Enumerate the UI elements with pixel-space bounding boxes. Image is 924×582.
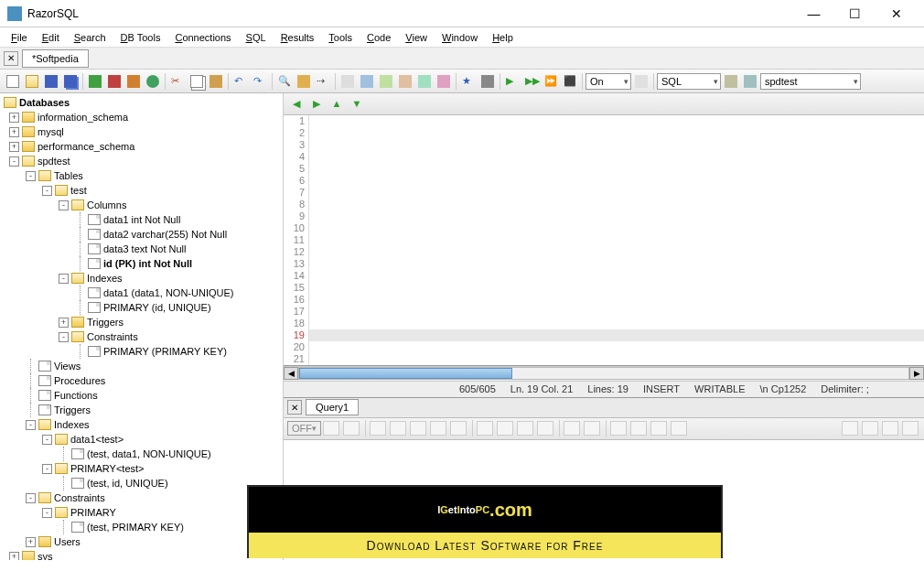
sql-editor[interactable]: 123456789101112131415161718192021 — [284, 115, 924, 366]
expand-toggle[interactable]: - — [26, 171, 36, 181]
res-btn-7[interactable] — [450, 421, 467, 436]
expand-toggle[interactable]: + — [9, 113, 19, 123]
tree-item[interactable]: -Columns — [4, 198, 283, 212]
results-tab-close[interactable]: ✕ — [287, 400, 302, 415]
res-btn-12[interactable] — [564, 421, 580, 436]
tree-item[interactable]: +Users — [4, 534, 283, 549]
tree-item[interactable]: (test, PRIMARY KEY) — [4, 520, 283, 534]
expand-toggle[interactable]: - — [26, 493, 36, 503]
menu-window[interactable]: Window — [436, 30, 483, 45]
results-off-toggle[interactable]: OFF ▾ — [287, 421, 321, 436]
tree-item[interactable]: -Tables — [4, 168, 283, 183]
tree-item[interactable]: -Constraints — [4, 490, 283, 505]
res-btn-13[interactable] — [584, 421, 600, 436]
tree-item[interactable]: -test — [4, 183, 283, 198]
language-select[interactable]: SQL — [657, 73, 721, 90]
stop-button[interactable]: ⬛ — [561, 72, 579, 91]
expand-toggle[interactable]: - — [59, 332, 69, 342]
tree-item[interactable]: data1 int Not Null — [4, 212, 283, 227]
document-tab[interactable]: *Softpedia — [22, 49, 89, 68]
tree-item[interactable]: (test, id, UNIQUE) — [4, 476, 283, 490]
res-btn-16[interactable] — [650, 421, 667, 436]
export-button[interactable] — [415, 72, 434, 91]
minimize-button[interactable]: — — [793, 1, 834, 27]
open-button[interactable] — [23, 72, 41, 91]
autocommit-select[interactable]: On — [586, 73, 631, 90]
ed-next-button[interactable]: ▶ — [307, 94, 326, 113]
scroll-thumb[interactable] — [299, 368, 512, 379]
expand-toggle[interactable]: + — [26, 537, 36, 547]
menu-code[interactable]: Code — [361, 30, 396, 45]
results-tab[interactable]: Query1 — [306, 399, 359, 415]
expand-toggle[interactable]: + — [59, 318, 69, 328]
new-file-button[interactable] — [4, 72, 22, 91]
copy-button[interactable] — [188, 72, 206, 91]
tree-item[interactable]: Functions — [4, 388, 283, 403]
procedure-button[interactable] — [396, 72, 414, 91]
expand-toggle[interactable]: - — [42, 508, 52, 518]
expand-toggle[interactable]: + — [9, 552, 19, 561]
save-button[interactable] — [42, 72, 60, 91]
tree-item[interactable]: +Triggers — [4, 315, 283, 329]
tree-item[interactable]: data3 text Not Null — [4, 242, 283, 256]
expand-toggle[interactable]: - — [59, 274, 69, 284]
run-next-button[interactable]: ▶▶ — [522, 72, 541, 91]
res-btn-17[interactable] — [671, 421, 687, 436]
res-btn-9[interactable] — [497, 421, 513, 436]
menu-connections[interactable]: Connections — [169, 30, 236, 45]
expand-toggle[interactable]: - — [42, 435, 52, 445]
editor-content[interactable] — [309, 115, 924, 365]
maximize-button[interactable]: ☐ — [834, 1, 876, 27]
res-btn-4[interactable] — [390, 421, 406, 436]
expand-toggle[interactable]: + — [9, 127, 19, 137]
tree-item[interactable]: -Constraints — [4, 329, 283, 344]
menu-help[interactable]: Help — [487, 30, 519, 45]
res-nav-first[interactable] — [842, 421, 858, 436]
scroll-right-button[interactable]: ▶ — [909, 367, 924, 380]
replace-button[interactable] — [295, 72, 313, 91]
menu-tools[interactable]: Tools — [323, 30, 358, 45]
ed-up-button[interactable]: ▲ — [328, 94, 346, 113]
cut-button[interactable]: ✂ — [168, 72, 187, 91]
res-btn-3[interactable] — [370, 421, 386, 436]
res-btn-14[interactable] — [610, 421, 627, 436]
goto-button[interactable]: ⇢ — [314, 72, 332, 91]
redo-button[interactable]: ↷ — [251, 72, 269, 91]
res-btn-5[interactable] — [410, 421, 426, 436]
commit-button[interactable] — [632, 72, 650, 91]
disconnect-button[interactable] — [105, 72, 124, 91]
bookmark-button[interactable] — [478, 72, 497, 91]
expand-toggle[interactable]: + — [9, 142, 19, 152]
res-nav-prev[interactable] — [862, 421, 878, 436]
tree-item[interactable]: data2 varchar(255) Not Null — [4, 227, 283, 242]
favorite-button[interactable]: ★ — [459, 72, 478, 91]
menu-search[interactable]: Search — [69, 30, 112, 45]
import-button[interactable] — [435, 72, 453, 91]
editor-hscrollbar[interactable]: ◀ ▶ — [284, 366, 924, 381]
db-tool-button[interactable] — [124, 72, 143, 91]
menu-view[interactable]: View — [400, 30, 433, 45]
res-btn-11[interactable] — [537, 421, 553, 436]
expand-toggle[interactable]: - — [59, 200, 69, 210]
lang-config-button[interactable] — [722, 72, 740, 91]
res-nav-last[interactable] — [902, 421, 919, 436]
menu-edit[interactable]: Edit — [37, 30, 65, 45]
tree-item[interactable]: -Indexes — [4, 271, 283, 286]
tab-close-button[interactable]: ✕ — [4, 51, 18, 66]
database-tree[interactable]: Databases +information_schema+mysql+perf… — [0, 93, 284, 560]
tree-item[interactable]: -spdtest — [4, 154, 283, 168]
run-all-button[interactable]: ⏩ — [542, 72, 560, 91]
tree-item[interactable]: +mysql — [4, 124, 283, 139]
tree-item[interactable]: Procedures — [4, 373, 283, 388]
tree-item[interactable]: (test, data1, NON-UNIQUE) — [4, 447, 283, 461]
res-btn-15[interactable] — [630, 421, 647, 436]
res-btn-1[interactable] — [323, 421, 339, 436]
tree-item[interactable]: -PRIMARY<test> — [4, 461, 283, 476]
ed-prev-button[interactable]: ◀ — [287, 94, 306, 113]
tree-item[interactable]: id (PK) int Not Null — [4, 256, 283, 271]
scroll-track[interactable] — [298, 367, 909, 380]
table-button[interactable] — [358, 72, 376, 91]
find-button[interactable]: 🔍 — [275, 72, 294, 91]
database-select[interactable]: spdtest — [760, 73, 861, 90]
res-btn-8[interactable] — [477, 421, 493, 436]
